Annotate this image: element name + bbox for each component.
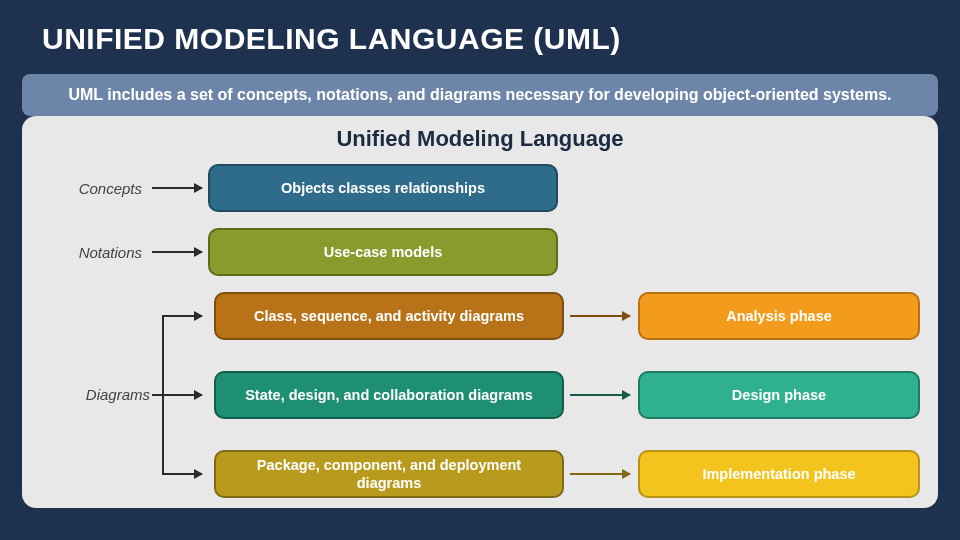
box-phase2: Design phase [638,371,920,419]
content-panel: Unified Modeling Language Concepts Objec… [22,116,938,508]
arrow-icon [152,187,202,189]
arrow-icon [570,394,630,396]
row-concepts: Concepts Objects classes relationships [22,164,938,212]
arrow-icon [570,315,630,317]
box-diag2: State, design, and collaboration diagram… [214,371,564,419]
box-phase1: Analysis phase [638,292,920,340]
arrow-icon [570,473,630,475]
slide-title: UNIFIED MODELING LANGUAGE (UML) [0,0,960,56]
row-diag3: Package, component, and deployment diagr… [208,450,920,498]
bracket-diagrams [152,315,202,475]
subtitle-bar: UML includes a set of concepts, notation… [22,74,938,116]
arrow-icon [152,251,202,253]
panel-heading: Unified Modeling Language [22,116,938,152]
label-concepts: Concepts [22,180,152,197]
label-diagrams: Diagrams [22,386,150,403]
box-diag1: Class, sequence, and activity diagrams [214,292,564,340]
box-notations: Use-case models [208,228,558,276]
row-notations: Notations Use-case models [22,228,938,276]
box-diag3: Package, component, and deployment diagr… [214,450,564,498]
row-diag1: Class, sequence, and activity diagrams A… [208,292,920,340]
box-phase3: Implementation phase [638,450,920,498]
row-diag2: State, design, and collaboration diagram… [208,371,920,419]
label-notations: Notations [22,244,152,261]
box-concepts: Objects classes relationships [208,164,558,212]
